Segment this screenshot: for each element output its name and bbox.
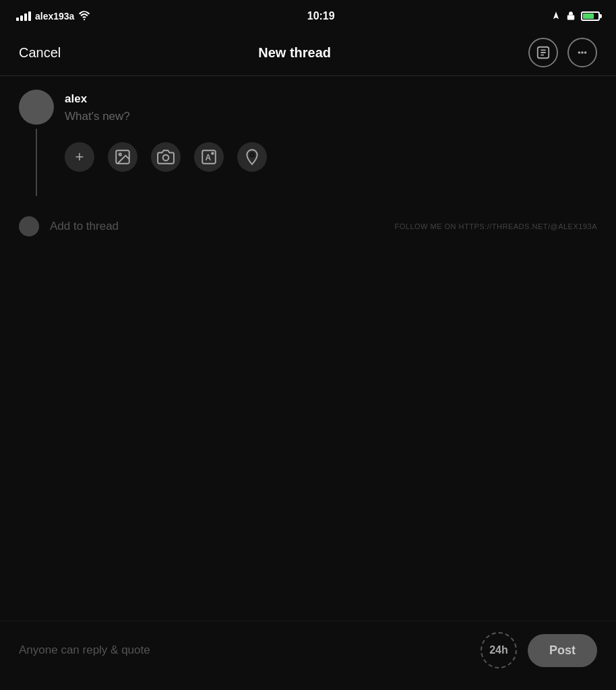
svg-point-5 xyxy=(585,52,586,53)
location-button[interactable] xyxy=(237,142,267,172)
bottom-right-actions: 24h Post xyxy=(481,632,597,668)
more-options-button[interactable] xyxy=(567,38,597,67)
camera-icon xyxy=(157,148,175,166)
timer-button[interactable]: 24h xyxy=(481,632,517,668)
avatar xyxy=(19,90,54,125)
wifi-icon xyxy=(78,11,90,22)
compose-input[interactable] xyxy=(65,110,597,123)
signal-bar-2 xyxy=(20,15,23,21)
svg-point-0 xyxy=(84,18,85,20)
watermark-text: FOLLOW ME ON HTTPS://THREADS.NET/@ALEX19… xyxy=(394,222,597,230)
add-media-button[interactable]: + xyxy=(65,142,94,172)
timer-label: 24h xyxy=(489,644,508,656)
gallery-icon xyxy=(114,148,131,166)
thread-right-column: alex + xyxy=(65,90,597,172)
action-icons-row: + xyxy=(65,142,597,172)
carrier-name: alex193a xyxy=(35,11,74,22)
gallery-button[interactable] xyxy=(108,142,137,172)
svg-point-4 xyxy=(578,52,580,53)
text-style-icon: A xyxy=(200,148,218,166)
note-edit-button[interactable] xyxy=(528,38,558,67)
thread-connector-line xyxy=(36,129,37,196)
status-left: alex193a xyxy=(16,11,90,22)
nav-action-icons xyxy=(528,38,597,67)
status-time: 10:19 xyxy=(307,10,335,22)
status-right xyxy=(551,11,600,22)
lock-icon xyxy=(566,11,576,22)
svg-point-12 xyxy=(250,153,253,156)
camera-button[interactable] xyxy=(151,142,181,172)
signal-bar-4 xyxy=(28,11,31,21)
battery-icon xyxy=(581,11,600,21)
cancel-button[interactable]: Cancel xyxy=(19,45,61,61)
page-title: New thread xyxy=(258,45,331,61)
signal-bar-3 xyxy=(24,13,27,21)
plus-icon: + xyxy=(75,148,84,166)
text-style-button[interactable]: A xyxy=(194,142,224,172)
signal-bar-1 xyxy=(16,18,19,21)
thread-composer: alex + xyxy=(19,90,597,196)
post-button[interactable]: Post xyxy=(528,634,597,667)
add-to-thread-row[interactable]: Add to thread FOLLOW ME ON HTTPS://THREA… xyxy=(19,216,597,237)
svg-point-11 xyxy=(211,152,214,154)
content-area: alex + xyxy=(0,76,616,250)
username-label: alex xyxy=(65,92,597,106)
add-to-thread-label[interactable]: Add to thread xyxy=(50,220,119,233)
svg-point-8 xyxy=(163,155,169,161)
location-pin-icon xyxy=(243,148,261,166)
location-arrow-icon xyxy=(551,11,561,22)
svg-text:A: A xyxy=(206,153,212,162)
thread-left-column xyxy=(19,90,54,196)
svg-point-7 xyxy=(119,154,121,156)
nav-bar: Cancel New thread xyxy=(0,30,616,76)
svg-rect-1 xyxy=(567,15,575,20)
signal-bars xyxy=(16,11,31,21)
small-avatar xyxy=(19,216,39,237)
reply-permission-label[interactable]: Anyone can reply & quote xyxy=(19,644,150,657)
svg-point-3 xyxy=(582,52,583,53)
bottom-bar: Anyone can reply & quote 24h Post xyxy=(0,621,616,690)
status-bar: alex193a 10:19 xyxy=(0,0,616,30)
